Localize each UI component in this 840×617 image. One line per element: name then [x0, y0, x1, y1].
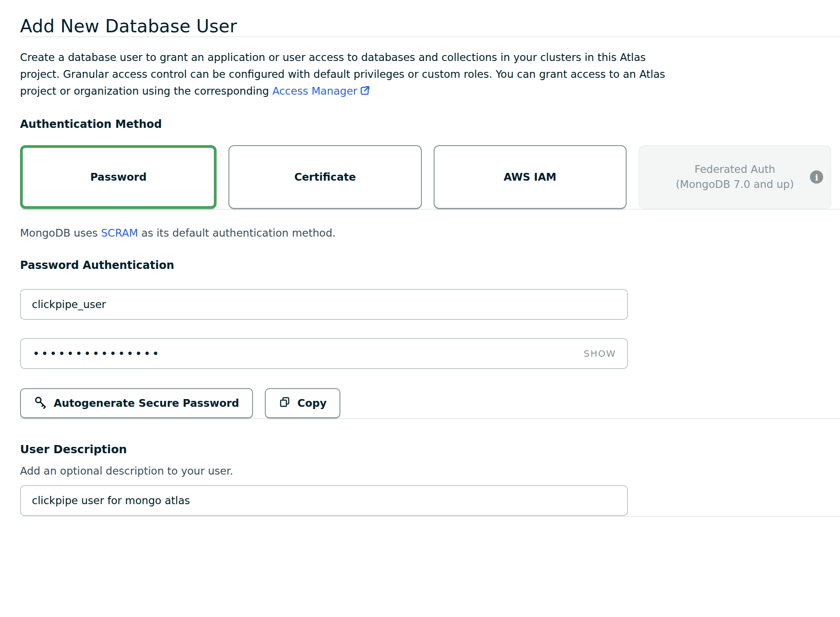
scram-note-before: MongoDB uses [20, 227, 101, 239]
authentication-method-options: Password Certificate AWS IAM Federated A… [20, 145, 831, 209]
intro-line-2: project. Granular access control can be … [20, 66, 840, 83]
user-description-heading: User Description [20, 443, 840, 456]
copy-icon [278, 396, 291, 411]
auth-option-password-label: Password [90, 171, 147, 183]
intro-line-3: project or organization using the corres… [20, 83, 840, 101]
access-manager-link-label: Access Manager [272, 85, 357, 97]
auth-option-aws-iam-label: AWS IAM [504, 171, 557, 183]
auth-option-certificate-label: Certificate [294, 171, 356, 183]
page-title: Add New Database User [20, 16, 840, 36]
authentication-method-heading: Authentication Method [20, 118, 840, 131]
password-buttons-row: Autogenerate Secure Password Copy [20, 388, 840, 418]
key-icon [34, 395, 47, 411]
password-field: SHOW [20, 338, 628, 369]
user-description-input[interactable] [20, 485, 628, 516]
info-icon[interactable]: i [810, 171, 823, 184]
auth-option-federated-auth: Federated Auth (MongoDB 7.0 and up) i [638, 145, 831, 209]
autogenerate-password-button[interactable]: Autogenerate Secure Password [20, 388, 253, 418]
scram-link[interactable]: SCRAM [101, 227, 138, 239]
password-authentication-heading: Password Authentication [20, 259, 840, 272]
autogenerate-password-label: Autogenerate Secure Password [54, 397, 239, 409]
section-divider [20, 36, 840, 37]
auth-option-federated-auth-label: Federated Auth (MongoDB 7.0 and up) [676, 162, 794, 192]
federated-auth-line2: (MongoDB 7.0 and up) [676, 177, 794, 192]
federated-auth-line1: Federated Auth [676, 162, 794, 177]
access-manager-link[interactable]: Access Manager [272, 85, 371, 97]
scram-note-after: as its default authentication method. [138, 227, 335, 239]
external-link-icon [359, 85, 371, 101]
intro-line-1: Create a database user to grant an appli… [20, 49, 840, 66]
section-divider [20, 209, 840, 210]
show-password-button[interactable]: SHOW [584, 348, 616, 359]
copy-password-button[interactable]: Copy [265, 388, 340, 418]
user-description-subtext: Add an optional description to your user… [20, 465, 840, 477]
auth-option-password[interactable]: Password [20, 145, 217, 209]
add-database-user-panel: Add New Database User Create a database … [0, 0, 840, 517]
intro-line-3-text: project or organization using the corres… [20, 85, 272, 97]
auth-option-certificate[interactable]: Certificate [228, 145, 421, 209]
section-divider [20, 418, 840, 419]
section-divider [20, 516, 840, 517]
intro-paragraph: Create a database user to grant an appli… [20, 49, 840, 101]
scram-note: MongoDB uses SCRAM as its default authen… [20, 227, 840, 239]
password-input[interactable] [32, 347, 584, 361]
auth-option-aws-iam[interactable]: AWS IAM [434, 145, 627, 209]
username-input[interactable] [20, 289, 628, 320]
copy-button-label: Copy [298, 397, 327, 409]
